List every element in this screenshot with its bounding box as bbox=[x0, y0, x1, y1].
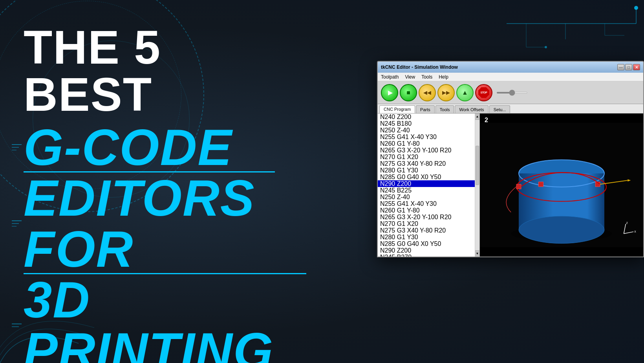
close-button[interactable]: ✕ bbox=[633, 64, 640, 70]
window-content: N240 Z200 N245 B180 N250 Z-40 N255 G41 X… bbox=[378, 114, 643, 257]
headline-line3: EDITORS FOR bbox=[24, 172, 298, 275]
stop-label: STOP bbox=[481, 91, 487, 94]
headline-line1-container: THE 5 BEST bbox=[24, 24, 298, 122]
speed-line-1 bbox=[12, 144, 22, 145]
code-item-9[interactable]: N285 G0 G40 X0 Y50 bbox=[378, 174, 475, 180]
tab-work-offsets[interactable]: Work Offsets bbox=[455, 105, 488, 113]
svg-point-6 bbox=[545, 46, 547, 48]
tab-cnc-program[interactable]: CNC Program bbox=[379, 105, 415, 113]
headline-line1: THE 5 BEST bbox=[24, 24, 298, 118]
window-titlebar: tkCNC Editor - Simulation Window — □ ✕ bbox=[378, 62, 643, 73]
code-item-8[interactable]: N280 G1 Y30 bbox=[378, 167, 475, 174]
play-icon: ▶ bbox=[388, 89, 393, 96]
tab-tools[interactable]: Tools bbox=[435, 105, 454, 113]
speed-lines-gcode bbox=[12, 144, 22, 150]
code-item-1[interactable]: N245 B180 bbox=[378, 120, 475, 127]
play-button[interactable]: ▶ bbox=[381, 84, 398, 101]
scroll-track bbox=[475, 120, 479, 250]
code-item-14[interactable]: N260 G1 Y-80 bbox=[378, 207, 475, 214]
menu-help[interactable]: Help bbox=[439, 74, 448, 80]
headline-line3-container: EDITORS FOR bbox=[24, 172, 298, 274]
svg-text:x: x bbox=[634, 229, 636, 233]
speed-line-7 bbox=[12, 324, 22, 324]
headline-line2: G-CODE bbox=[24, 122, 298, 173]
code-item-4[interactable]: N260 G1 Y-80 bbox=[378, 140, 475, 147]
code-item-6[interactable]: N270 G1 X20 bbox=[378, 154, 475, 160]
scroll-down-button[interactable]: ▼ bbox=[475, 250, 479, 257]
stop-green-icon: ■ bbox=[406, 89, 410, 96]
code-item-12[interactable]: N250 Z-40 bbox=[378, 194, 475, 200]
progress-slider[interactable] bbox=[496, 92, 528, 94]
code-item-18[interactable]: N280 G1 Y30 bbox=[378, 234, 475, 240]
minimize-button[interactable]: — bbox=[617, 64, 624, 70]
speed-line-2 bbox=[12, 147, 19, 148]
speed-line-4 bbox=[12, 220, 22, 221]
menu-view[interactable]: View bbox=[405, 74, 415, 80]
scroll-up-button[interactable]: ▲ bbox=[475, 114, 479, 120]
rewind-icon: ◀◀ bbox=[423, 90, 431, 95]
code-list-panel: N240 Z200 N245 B180 N250 Z-40 N255 G41 X… bbox=[378, 114, 480, 257]
code-item-21[interactable]: N245 B270 bbox=[378, 254, 475, 257]
viewport-3d: 2 Ball end mill D20 X 0.000 Y 50.000 Z 2… bbox=[480, 114, 643, 257]
reset-icon: ▲ bbox=[462, 89, 468, 96]
code-item-16[interactable]: N270 G1 X20 bbox=[378, 220, 475, 227]
menu-tools[interactable]: Tools bbox=[421, 74, 432, 80]
3d-scene-svg: x z bbox=[480, 114, 643, 257]
main-text-area: THE 5 BEST G-CODE EDITORS FOR 3D PRINTIN… bbox=[0, 0, 314, 363]
code-item-17[interactable]: N275 G3 X40 Y-80 R20 bbox=[378, 227, 475, 234]
svg-rect-18 bbox=[539, 182, 543, 187]
speed-line-6 bbox=[12, 226, 16, 227]
speed-lines-editors bbox=[12, 220, 22, 227]
rewind-button[interactable]: ◀◀ bbox=[419, 84, 436, 101]
code-list-scrollbar[interactable]: ▲ ▼ bbox=[475, 114, 479, 257]
window-controls: — □ ✕ bbox=[617, 64, 640, 70]
headline-line4: 3D PRINTING bbox=[24, 274, 298, 363]
svg-point-2 bbox=[634, 6, 638, 10]
code-item-15[interactable]: N265 G3 X-20 Y-100 R20 bbox=[378, 214, 475, 220]
code-item-0[interactable]: N240 Z200 bbox=[378, 114, 475, 120]
stop-green-button[interactable]: ■ bbox=[400, 84, 417, 101]
code-item-5[interactable]: N265 G3 X-20 Y-100 R20 bbox=[378, 147, 475, 154]
maximize-button[interactable]: □ bbox=[625, 64, 632, 70]
speed-line-3 bbox=[12, 150, 16, 150]
code-item-7[interactable]: N275 G3 X40 Y-80 R20 bbox=[378, 160, 475, 167]
svg-rect-17 bbox=[516, 184, 521, 189]
svg-point-14 bbox=[519, 216, 604, 243]
forward-button[interactable]: ▶▶ bbox=[437, 84, 455, 101]
headline-line2-container: G-CODE bbox=[24, 122, 298, 172]
window-menubar: Toolpath View Tools Help bbox=[378, 73, 643, 81]
window-title: tkCNC Editor - Simulation Window bbox=[381, 64, 458, 70]
tab-setup[interactable]: Setu... bbox=[489, 105, 510, 113]
stop-octagon-icon: STOP bbox=[478, 87, 489, 98]
code-item-3[interactable]: N255 G41 X-40 Y30 bbox=[378, 134, 475, 140]
app-window: tkCNC Editor - Simulation Window — □ ✕ T… bbox=[377, 61, 644, 257]
code-list-scroll-area: N240 Z200 N245 B180 N250 Z-40 N255 G41 X… bbox=[378, 114, 475, 257]
code-item-20[interactable]: N290 Z200 bbox=[378, 247, 475, 254]
code-item-11[interactable]: N245 B225 bbox=[378, 187, 475, 194]
speed-line-8 bbox=[12, 326, 19, 327]
progress-area bbox=[494, 92, 640, 94]
speed-line-5 bbox=[12, 223, 19, 224]
stop-red-button[interactable]: STOP bbox=[475, 84, 492, 101]
menu-toolpath[interactable]: Toolpath bbox=[381, 74, 399, 80]
speed-lines-3dp bbox=[12, 324, 22, 327]
code-item-19[interactable]: N285 G0 G40 X0 Y50 bbox=[378, 240, 475, 247]
window-tabs: CNC Program Parts Tools Work Offsets Set… bbox=[378, 104, 643, 114]
code-item-10-selected[interactable]: N290 Z200 bbox=[378, 180, 475, 187]
headline-line4-container: 3D PRINTING bbox=[24, 274, 298, 363]
forward-icon: ▶▶ bbox=[442, 90, 450, 95]
tab-parts[interactable]: Parts bbox=[416, 105, 435, 113]
scroll-thumb[interactable] bbox=[476, 146, 479, 185]
svg-text:z: z bbox=[626, 221, 628, 225]
code-item-2[interactable]: N250 Z-40 bbox=[378, 127, 475, 134]
reset-button[interactable]: ▲ bbox=[456, 84, 474, 101]
code-item-13[interactable]: N255 G41 X-40 Y30 bbox=[378, 200, 475, 207]
window-toolbar: ▶ ■ ◀◀ ▶▶ ▲ STOP bbox=[378, 81, 643, 104]
